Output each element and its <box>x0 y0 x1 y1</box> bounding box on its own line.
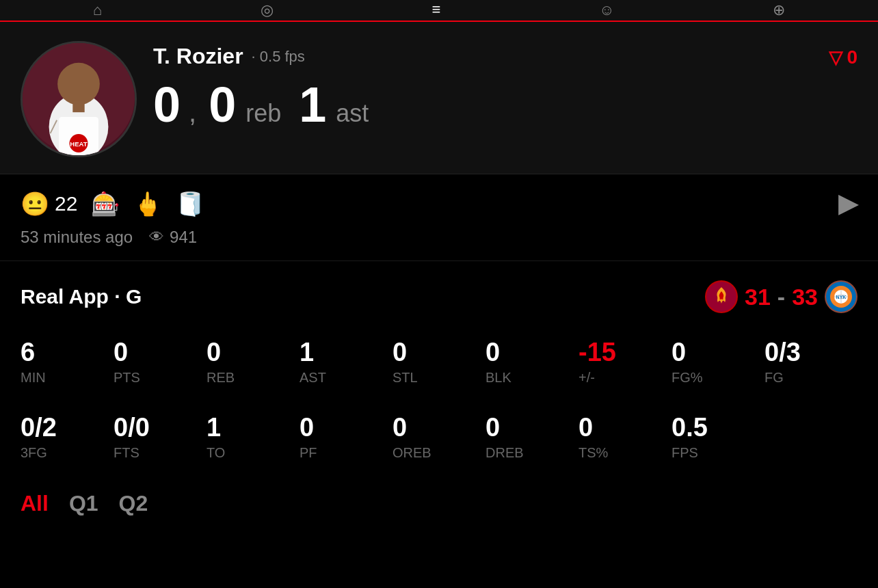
heat-team-logo <box>705 280 738 313</box>
fg-value: 0/3 <box>764 338 857 367</box>
player-stats-row: 0 , 0 reb 1 ast <box>153 80 857 129</box>
away-score: 33 <box>792 284 818 310</box>
share-icon: ▶ <box>838 189 857 217</box>
blk-key: BLK <box>485 370 578 386</box>
player-card: HEAT T. Rozier · 0.5 fps 0 , 0 reb 1 ast… <box>0 22 878 174</box>
nav-profile[interactable]: ☺ <box>578 0 635 22</box>
tspct-value: 0 <box>578 413 671 442</box>
plusminus-value: -15 <box>578 338 671 367</box>
stat-fg: 0/3 FG <box>764 334 857 390</box>
ast-label: ast <box>336 99 369 128</box>
nav-stats[interactable]: ≡ <box>411 0 461 23</box>
oreb-key: OREB <box>393 445 485 461</box>
stat-plusminus: -15 +/- <box>578 334 671 390</box>
slots-icon: 🎰 <box>91 190 120 217</box>
stat-pts: 0 PTS <box>114 334 207 390</box>
stl-key: STL <box>393 370 485 386</box>
pts-key: PTS <box>114 370 207 386</box>
stat-fps: 0.5 FPS <box>671 409 764 465</box>
stats-row-2: 0/2 3FG 0/0 FTS 1 TO 0 PF 0 OREB 0 DREB … <box>21 409 857 465</box>
filter-count: 0 <box>847 46 857 68</box>
stat-fts: 0/0 FTS <box>114 409 207 465</box>
3fg-key: 3FG <box>21 445 114 461</box>
dreb-value: 0 <box>485 413 578 442</box>
min-value: 6 <box>21 338 114 367</box>
reb-key: REB <box>207 370 300 386</box>
fts-key: FTS <box>114 445 207 461</box>
tspct-key: TS% <box>578 445 671 461</box>
stat-reb: 0 REB <box>207 334 300 390</box>
ast-key: AST <box>300 370 393 386</box>
player-info: T. Rozier · 0.5 fps 0 , 0 reb 1 ast <box>153 41 857 129</box>
pts-comma: , <box>189 97 196 128</box>
stats-row-1: 6 MIN 0 PTS 0 REB 1 AST 0 STL 0 BLK -15 … <box>21 334 857 390</box>
fgpct-value: 0 <box>671 338 764 367</box>
toilet-reaction[interactable]: 🧻 <box>176 190 204 217</box>
post-section: 😐 22 🎰 🖕 🧻 ▶ 53 minutes ago 👁 941 <box>0 174 878 261</box>
player-ast: 1 <box>299 80 326 129</box>
tab-all[interactable]: All <box>21 491 49 519</box>
top-navigation: ⌂ ◎ ≡ ☺ ⊕ <box>0 0 878 22</box>
ast-value: 1 <box>300 338 393 367</box>
reb-value: 0 <box>207 338 300 367</box>
fgpct-key: FG% <box>671 370 764 386</box>
pf-value: 0 <box>300 413 393 442</box>
player-name: T. Rozier <box>153 44 243 69</box>
fts-value: 0/0 <box>114 413 207 442</box>
game-score-area: 31 - 33 NYK <box>705 280 857 313</box>
player-name-row: T. Rozier · 0.5 fps <box>153 44 857 69</box>
to-key: TO <box>207 445 300 461</box>
player-pts: 0 <box>153 80 181 129</box>
filter-badge[interactable]: ▽ 0 <box>829 46 857 68</box>
slots-reaction[interactable]: 🎰 <box>91 190 120 217</box>
blk-value: 0 <box>485 338 578 367</box>
nav-home[interactable]: ⌂ <box>72 0 122 22</box>
stat-3fg: 0/2 3FG <box>21 409 114 465</box>
oreb-value: 0 <box>393 413 485 442</box>
player-fps: · 0.5 fps <box>252 48 305 66</box>
svg-point-2 <box>57 63 100 105</box>
thumb-reaction[interactable]: 🖕 <box>133 190 162 217</box>
eye-icon: 👁 <box>149 228 164 246</box>
share-button[interactable]: ▶ <box>838 189 857 218</box>
fps-value: 0.5 <box>671 413 764 442</box>
toilet-icon: 🧻 <box>176 190 204 217</box>
game-title: Real App · G <box>21 285 142 308</box>
smiley-icon: 😐 <box>21 190 49 217</box>
home-score: 31 <box>745 284 771 310</box>
stl-value: 0 <box>393 338 485 367</box>
filter-icon: ▽ <box>829 47 842 68</box>
tab-q1[interactable]: Q1 <box>69 491 98 519</box>
plusminus-key: +/- <box>578 370 671 386</box>
meta-row: 53 minutes ago 👁 941 <box>21 228 857 247</box>
to-value: 1 <box>207 413 300 442</box>
svg-text:HEAT: HEAT <box>70 140 88 148</box>
reb-label: reb <box>245 99 281 128</box>
score-separator: - <box>777 284 785 310</box>
stat-blk: 0 BLK <box>485 334 578 390</box>
nav-more[interactable]: ⊕ <box>752 0 806 22</box>
nav-search[interactable]: ◎ <box>240 0 294 22</box>
dreb-key: DREB <box>485 445 578 461</box>
svg-rect-3 <box>72 101 84 112</box>
pf-key: PF <box>300 445 393 461</box>
stat-empty <box>764 409 857 465</box>
player-reb: 0 <box>209 80 236 129</box>
game-header: Real App · G 31 - 33 <box>21 280 857 313</box>
fg-key: FG <box>764 370 857 386</box>
quarter-tabs: All Q1 Q2 <box>21 484 857 519</box>
stat-min: 6 MIN <box>21 334 114 390</box>
stat-oreb: 0 OREB <box>393 409 485 465</box>
time-ago: 53 minutes ago <box>21 228 133 247</box>
player-avatar: HEAT <box>21 41 137 157</box>
svg-text:NYK: NYK <box>836 295 847 299</box>
stat-tspct: 0 TS% <box>578 409 671 465</box>
game-stats-section: Real App · G 31 - 33 <box>0 261 878 538</box>
stat-pf: 0 PF <box>300 409 393 465</box>
stat-stl: 0 STL <box>393 334 485 390</box>
tab-q2[interactable]: Q2 <box>119 491 148 519</box>
views-item: 👁 941 <box>149 228 197 247</box>
stat-to: 1 TO <box>207 409 300 465</box>
smiley-reaction[interactable]: 😐 22 <box>21 190 77 217</box>
min-key: MIN <box>21 370 114 386</box>
